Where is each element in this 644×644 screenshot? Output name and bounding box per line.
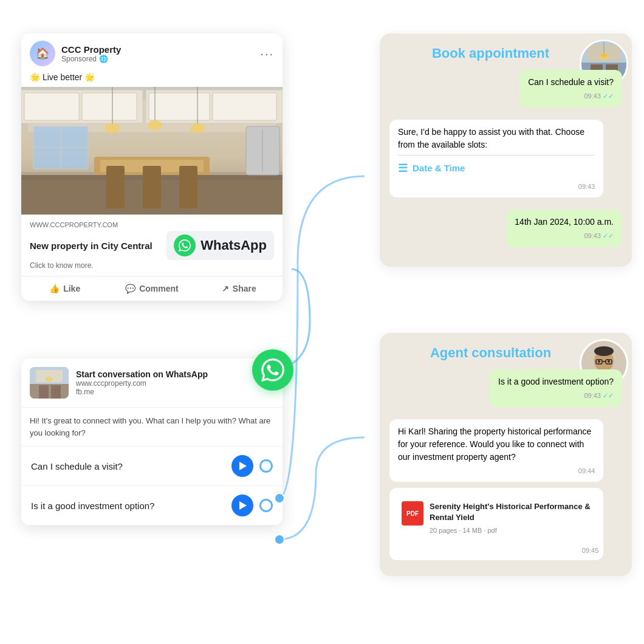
svg-rect-25 xyxy=(30,384,69,399)
property-image xyxy=(21,87,283,214)
whatsapp-icon xyxy=(174,235,196,256)
whatsapp-badge[interactable]: WhatsApp xyxy=(166,231,274,260)
agent-sent-1: Is it a good investment option? 09:43 ✓✓ xyxy=(490,369,622,407)
book-appointment-panel: Book appointment Can I schedule a visit?… xyxy=(380,33,632,267)
svg-point-50 xyxy=(275,535,284,544)
pdf-message: PDF Serenity Height's Historical Perform… xyxy=(389,488,603,560)
agent-messages: Is it a good investment option? 09:43 ✓✓… xyxy=(389,369,622,560)
send-button-2[interactable] xyxy=(231,495,253,516)
company-avatar: 🏠 xyxy=(30,41,55,66)
msg-time-3: 09:43 ✓✓ xyxy=(515,231,614,241)
pdf-icon: PDF xyxy=(402,501,423,526)
fb-actions: 👍 Like 💬 Comment ↗ Share xyxy=(21,276,283,301)
svg-rect-6 xyxy=(149,93,210,120)
comment-icon: 💬 xyxy=(125,284,135,293)
svg-rect-7 xyxy=(213,93,276,120)
send-button-1[interactable] xyxy=(231,455,253,477)
book-appointment-messages: Can I schedule a visit? 09:43 ✓✓ Sure, I… xyxy=(389,70,622,257)
facebook-ad-card: 🏠 CCC Property Sponsored 🌐 ··· 🌟 Live be… xyxy=(21,33,283,301)
conversation-card: Start conversation on WhatsApp www.cccpr… xyxy=(21,358,283,526)
link-url: WWW.CCCPROPERTY.COM xyxy=(30,221,274,228)
link-title: New property in City Central xyxy=(30,241,152,251)
more-options-button[interactable]: ··· xyxy=(260,47,274,61)
fb-card-header: 🏠 CCC Property Sponsored 🌐 ··· xyxy=(21,33,283,70)
fb-meta: CCC Property Sponsored 🌐 xyxy=(61,44,254,63)
send-arrow-icon-2 xyxy=(239,501,247,510)
list-icon: ☰ xyxy=(398,160,408,177)
pdf-attachment[interactable]: PDF Serenity Height's Historical Perform… xyxy=(394,494,598,543)
conv-option-1-actions xyxy=(231,455,273,477)
sponsored-label: Sponsored 🌐 xyxy=(61,55,254,63)
conv-greeting: Hi! It's great to connect with you. What… xyxy=(21,408,283,447)
check-icon-3: ✓✓ xyxy=(603,232,614,239)
fb-link-section: WWW.CCCPROPERTY.COM New property in City… xyxy=(21,214,283,276)
ad-tagline: 🌟 Live better 🌟 xyxy=(21,70,283,87)
svg-point-20 xyxy=(190,123,205,133)
svg-rect-11 xyxy=(143,166,161,208)
conv-header: Start conversation on WhatsApp www.cccpr… xyxy=(21,358,283,408)
company-name: CCC Property xyxy=(61,44,254,55)
pdf-meta: 20 pages · 14 MB · pdf xyxy=(430,526,591,536)
whatsapp-float-icon[interactable] xyxy=(252,349,293,391)
agent-time-1: 09:43 ✓✓ xyxy=(498,391,614,401)
share-button[interactable]: ↗ Share xyxy=(196,279,283,298)
received-message-1: Sure, I'd be happy to assist you with th… xyxy=(389,120,603,198)
conv-url: www.cccproperty.com xyxy=(76,379,274,388)
share-icon: ↗ xyxy=(222,284,229,293)
agent-received-1: Hi Karl! Sharing the property historical… xyxy=(389,419,603,482)
svg-point-37 xyxy=(601,53,607,57)
svg-point-29 xyxy=(46,377,53,382)
agent-time-2: 09:44 xyxy=(398,466,595,476)
svg-point-48 xyxy=(608,360,610,363)
conv-title: Start conversation on WhatsApp xyxy=(76,369,274,379)
date-time-button[interactable]: ☰ Date & Time xyxy=(398,155,595,179)
whatsapp-label: WhatsApp xyxy=(200,238,267,253)
book-appointment-title: Book appointment xyxy=(389,46,592,61)
svg-rect-4 xyxy=(24,93,79,120)
send-arrow-icon xyxy=(239,462,247,470)
conv-thumb xyxy=(30,367,69,399)
like-icon: 👍 xyxy=(49,284,60,293)
agent-consultation-panel: Agent consultation xyxy=(380,333,632,576)
pdf-time: 09:45 xyxy=(394,546,598,556)
svg-rect-28 xyxy=(51,385,61,399)
conv-option-2-actions xyxy=(231,495,273,516)
svg-rect-5 xyxy=(82,93,137,120)
link-title-row: New property in City Central WhatsApp xyxy=(30,231,274,260)
conv-meta: Start conversation on WhatsApp www.cccpr… xyxy=(76,369,274,396)
svg-point-18 xyxy=(148,120,162,130)
globe-icon: 🌐 xyxy=(99,55,108,63)
svg-rect-27 xyxy=(39,385,49,399)
svg-point-16 xyxy=(105,123,120,133)
pdf-info: Serenity Height's Historical Performance… xyxy=(430,501,591,536)
pdf-title: Serenity Height's Historical Performance… xyxy=(430,501,591,523)
conv-option-1[interactable]: Can I schedule a visit? xyxy=(21,447,283,486)
msg-time-2: 09:43 xyxy=(398,182,595,192)
agent-consultation-title: Agent consultation xyxy=(389,345,592,361)
msg-time-1: 09:43 ✓✓ xyxy=(528,91,614,101)
conv-fbme: fb.me xyxy=(76,388,274,396)
connector-circle-1 xyxy=(259,459,273,473)
sent-message-2: 14th Jan 2024, 10:00 a.m. 09:43 ✓✓ xyxy=(506,210,622,247)
sent-message-1: Can I schedule a visit? 09:43 ✓✓ xyxy=(519,70,622,108)
svg-point-47 xyxy=(598,360,600,363)
conv-option-2[interactable]: Is it a good investment option? xyxy=(21,486,283,526)
svg-rect-12 xyxy=(179,166,197,208)
link-sub: Click to know more. xyxy=(30,261,274,270)
check-icon-1: ✓✓ xyxy=(603,92,614,100)
svg-point-43 xyxy=(594,346,614,356)
like-button[interactable]: 👍 Like xyxy=(21,279,108,298)
svg-rect-10 xyxy=(106,166,125,208)
comment-button[interactable]: 💬 Comment xyxy=(108,279,195,298)
connector-circle-2 xyxy=(259,499,273,512)
